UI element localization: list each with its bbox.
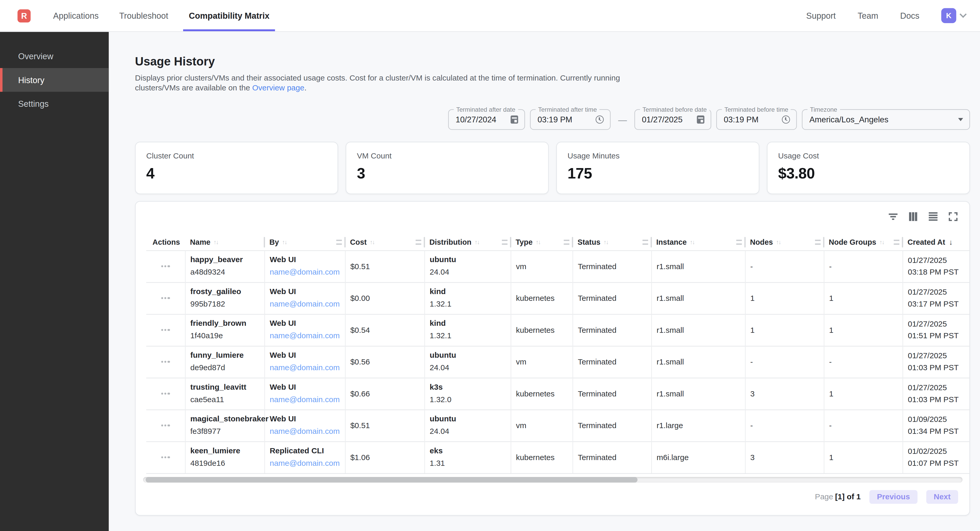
row-actions-button[interactable] [146,314,185,346]
created-by: Web UI [270,319,345,328]
column-menu-icon[interactable] [894,239,899,244]
sidebar-item-settings[interactable]: Settings [0,92,109,115]
column-menu-icon[interactable] [643,239,648,244]
column-menu-icon[interactable] [736,239,742,244]
column-menu-icon[interactable] [815,239,821,244]
row-actions-button[interactable] [146,251,185,282]
column-header-name[interactable]: Name [185,234,264,250]
nav-link-team[interactable]: Team [858,11,878,20]
column-menu-icon[interactable] [564,239,570,244]
column-header-instance[interactable]: Instance [651,234,745,250]
created-by: Web UI [270,383,345,392]
cell-node-groups: 1 [824,314,902,346]
nav-link-support[interactable]: Support [806,11,836,20]
chevron-down-icon[interactable] [960,11,967,18]
toolbar-columns-button[interactable] [907,211,919,222]
terminated-before-date-field[interactable]: Terminated before date 01/27/2025 [634,109,711,130]
distribution-name: ubuntu [430,415,510,424]
toolbar-fullscreen-button[interactable] [948,211,959,222]
row-actions-button[interactable] [146,346,185,377]
toolbar-filter-button[interactable] [888,211,899,222]
row-actions-button[interactable] [146,378,185,409]
cluster-name: happy_beaver [190,255,264,265]
column-menu-icon[interactable] [502,239,508,244]
terminated-after-date-field[interactable]: Terminated after date 10/27/2024 [448,109,525,130]
creator-email-link[interactable]: name@domain.com [270,395,345,404]
horizontal-scrollbar-thumb[interactable] [146,477,637,483]
tab-applications[interactable]: Applications [48,0,104,31]
clock-icon[interactable] [596,116,604,124]
column-header-created-at[interactable]: Created At [902,234,970,250]
calendar-icon[interactable] [511,116,518,124]
toolbar-density-button[interactable] [928,211,939,222]
horizontal-scrollbar-track[interactable] [143,477,963,483]
terminated-after-date-value[interactable]: 10/27/2024 [456,115,506,124]
distribution-version: 24.04 [430,363,510,373]
nav-link-docs[interactable]: Docs [900,11,920,20]
timezone-value[interactable]: America/Los_Angeles [810,115,953,124]
cell-actions [146,409,185,441]
tab-troubleshoot[interactable]: Troubleshoot [114,0,174,31]
clock-icon[interactable] [782,116,790,124]
column-header-cost[interactable]: Cost [345,234,424,250]
distribution-version: 1.32.1 [430,300,510,309]
cell-status: Terminated [573,441,651,473]
row-actions-button[interactable] [146,442,185,473]
usage-table: Actions Name By Cost Distribution Type S… [146,234,970,474]
row-actions-button[interactable] [146,282,185,314]
terminated-before-time-value[interactable]: 03:19 PM [724,115,777,124]
creator-email-link[interactable]: name@domain.com [270,300,345,309]
column-menu-icon[interactable] [415,239,422,244]
terminated-before-date-value[interactable]: 01/27/2025 [642,115,692,124]
terminated-after-time-field[interactable]: Terminated after time 03:19 PM [530,109,611,130]
column-header-by[interactable]: By [264,234,345,250]
column-header-nodes[interactable]: Nodes [745,234,824,250]
tab-compatibility-matrix[interactable]: Compatibility Matrix [183,0,275,31]
column-header-type[interactable]: Type [511,234,573,250]
cell-actions [146,282,185,314]
cell-by: Web UIname@domain.com [264,314,345,346]
cell-cost: $0.51 [345,409,424,441]
calendar-icon[interactable] [697,116,704,124]
cluster-name: magical_stonebraker [190,415,264,424]
stat-label: VM Count [357,152,537,160]
sidebar-item-overview[interactable]: Overview [0,44,109,68]
distribution-version: 24.04 [430,427,510,436]
sidebar-item-history[interactable]: History [0,68,109,92]
sort-icons [879,239,884,246]
column-header-distribution[interactable]: Distribution [425,234,511,250]
dropdown-arrow-icon[interactable] [958,118,963,121]
avatar[interactable]: K [941,8,956,23]
page-title: Usage History [135,55,970,68]
creator-email-link[interactable]: name@domain.com [270,268,345,277]
distribution-name: ubuntu [430,255,510,265]
overview-page-link[interactable]: Overview page [252,83,304,92]
distribution-version: 1.32.0 [430,395,510,404]
column-header-status[interactable]: Status [573,234,651,250]
cell-type: kubernetes [511,441,573,473]
timezone-label: Timezone [808,105,840,114]
column-menu-icon[interactable] [336,239,342,244]
terminated-before-time-field[interactable]: Terminated before time 03:19 PM [716,109,797,130]
terminated-after-date-label: Terminated after date [454,105,518,114]
cell-cost: $0.56 [345,346,424,378]
creator-email-link[interactable]: name@domain.com [270,427,345,436]
cell-distribution: k3s1.32.0 [425,378,511,410]
creator-email-link[interactable]: name@domain.com [270,459,345,468]
replicated-logo[interactable]: R [18,9,30,22]
timezone-select[interactable]: Timezone America/Los_Angeles [802,109,970,130]
next-button[interactable]: Next [926,490,958,504]
terminated-after-time-value[interactable]: 03:19 PM [538,115,591,124]
creator-email-link[interactable]: name@domain.com [270,331,345,341]
column-header-node-groups[interactable]: Node Groups [824,234,902,250]
cluster-id: 1f40a19e [190,331,264,341]
previous-button[interactable]: Previous [869,490,918,504]
cluster-id: 995b7182 [190,300,264,309]
page-description-text: Displays prior clusters/VMs and their as… [135,74,620,92]
stat-value: 4 [146,165,327,182]
cell-created-at: 01/09/202501:34 PM PST [902,409,970,441]
row-actions-button[interactable] [146,410,185,441]
stat-card-vm-count: VM Count 3 [346,141,549,194]
created-by: Web UI [270,287,345,296]
creator-email-link[interactable]: name@domain.com [270,363,345,373]
